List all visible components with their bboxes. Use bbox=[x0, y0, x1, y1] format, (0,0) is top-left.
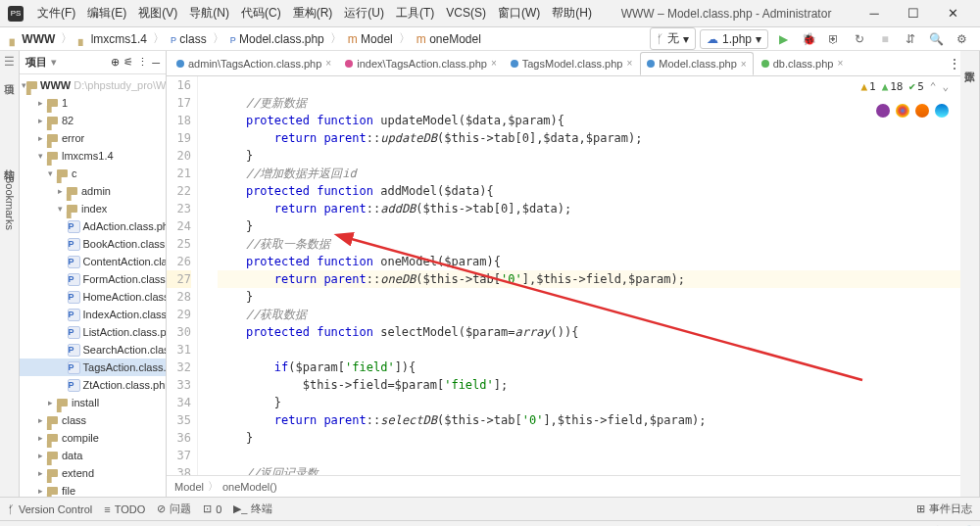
tree-item-18[interactable]: ▸class bbox=[20, 411, 166, 429]
menu-代码[interactable]: 代码(C) bbox=[235, 6, 287, 20]
database-tab[interactable]: 数据库 bbox=[961, 55, 978, 71]
close-tab-icon[interactable]: × bbox=[626, 58, 632, 69]
version-control-button[interactable]: ᚶ Version Control bbox=[8, 503, 92, 515]
event-log-button[interactable]: ⊞ 事件日志 bbox=[916, 502, 972, 516]
nav-toolbar: ▖ WWW〉▖ lmxcms1.4〉P class〉P Model.class.… bbox=[0, 27, 980, 51]
close-button[interactable]: ✕ bbox=[933, 2, 972, 25]
left-tool-strip: ☰ 项目 结构 Bookmarks bbox=[0, 51, 20, 497]
editor-tab-1[interactable]: index\TagsAction.class.php× bbox=[339, 52, 503, 75]
menu-运行[interactable]: 运行(U) bbox=[338, 6, 390, 20]
tree-item-12[interactable]: IndexAction.class.php bbox=[20, 306, 166, 323]
editor-tab-4[interactable]: db.class.php× bbox=[756, 52, 850, 75]
todo-button[interactable]: ≡ TODO bbox=[104, 503, 145, 515]
editor-tab-3[interactable]: Model.class.php× bbox=[640, 52, 753, 75]
tree-item-21[interactable]: ▸extend bbox=[20, 464, 166, 482]
terminal-button[interactable]: ▶_ 终端 bbox=[233, 502, 272, 516]
tree-item-22[interactable]: ▸file bbox=[20, 482, 166, 497]
ide-preview-icon[interactable] bbox=[876, 104, 890, 118]
tree-item-8[interactable]: BookAction.class.php bbox=[20, 235, 166, 253]
breadcrumbs[interactable]: ▖ WWW〉▖ lmxcms1.4〉P class〉P Model.class.… bbox=[8, 30, 483, 47]
menu-导航[interactable]: 导航(N) bbox=[183, 6, 235, 20]
tool-menu-icon[interactable]: ☰ bbox=[4, 55, 15, 69]
close-tab-icon[interactable]: × bbox=[741, 59, 747, 70]
menu-编辑[interactable]: 编辑(E) bbox=[81, 6, 132, 20]
errors-button[interactable]: ⊡ 0 bbox=[203, 502, 221, 515]
app-logo: PS bbox=[8, 6, 24, 22]
editor-tabs[interactable]: admin\TagsAction.class.php×index\TagsAct… bbox=[167, 51, 960, 76]
project-pane-title: 项目 bbox=[25, 55, 47, 70]
project-tab[interactable]: 项目 bbox=[1, 69, 18, 84]
tree-item-16[interactable]: ZtAction.class.php bbox=[20, 376, 166, 394]
close-tab-icon[interactable]: × bbox=[837, 58, 843, 69]
tree-item-5[interactable]: ▸admin bbox=[20, 182, 166, 200]
editor-tab-0[interactable]: admin\TagsAction.class.php× bbox=[171, 52, 337, 75]
tree-item-4[interactable]: ▾c bbox=[20, 165, 166, 182]
tree-item-13[interactable]: ListAction.class.php bbox=[20, 323, 166, 341]
breadcrumb-5[interactable]: m oneModel bbox=[415, 32, 483, 46]
breadcrumb-0[interactable]: ▖ WWW bbox=[8, 32, 57, 46]
tree-item-7[interactable]: AdAction.class.php bbox=[20, 217, 166, 235]
tree-item-0[interactable]: ▸1 bbox=[20, 94, 166, 112]
menu-帮助[interactable]: 帮助(H) bbox=[546, 6, 598, 20]
breadcrumb-4[interactable]: m Model bbox=[346, 32, 395, 46]
update-button[interactable]: ⇵ bbox=[900, 28, 921, 50]
tree-item-1[interactable]: ▸82 bbox=[20, 112, 166, 129]
breadcrumb-2[interactable]: P class bbox=[169, 32, 209, 46]
tree-item-6[interactable]: ▾index bbox=[20, 200, 166, 217]
tree-item-14[interactable]: SearchAction.class.php bbox=[20, 341, 166, 359]
bookmarks-tab[interactable]: Bookmarks bbox=[3, 168, 17, 238]
menu-重构[interactable]: 重构(R) bbox=[287, 6, 339, 20]
menu-文件[interactable]: 文件(F) bbox=[31, 6, 81, 20]
branch-button[interactable]: ᚶ 无 ▾ bbox=[650, 27, 696, 50]
edge-icon[interactable] bbox=[935, 104, 949, 118]
profile-button[interactable]: ↻ bbox=[849, 28, 870, 50]
project-tree[interactable]: ▾WWW D:\phpstudy_pro\WWW▸1▸82▸error▾lmxc… bbox=[20, 74, 166, 497]
close-tab-icon[interactable]: × bbox=[325, 58, 331, 69]
hide-icon[interactable]: ─ bbox=[152, 57, 160, 69]
project-pane-header: 项目 ▾ ⊕ ⚟ ⋮ ─ bbox=[20, 51, 166, 74]
tree-item-15[interactable]: TagsAction.class.php bbox=[20, 359, 166, 376]
locate-icon[interactable]: ⊕ bbox=[111, 56, 120, 69]
run-config-dropdown[interactable]: ☁ 1.php ▾ bbox=[700, 29, 768, 49]
minimize-button[interactable]: ─ bbox=[855, 2, 894, 25]
more-tabs-icon[interactable]: ⋮ bbox=[949, 57, 960, 71]
menu-视图[interactable]: 视图(V) bbox=[132, 6, 183, 20]
editor-tab-2[interactable]: TagsModel.class.php× bbox=[505, 52, 639, 75]
tree-root[interactable]: ▾WWW D:\phpstudy_pro\WWW bbox=[20, 76, 166, 94]
options-icon[interactable]: ⋮ bbox=[137, 56, 148, 69]
problems-button[interactable]: ⊘ 问题 bbox=[157, 502, 191, 516]
tree-item-9[interactable]: ContentAction.class.php bbox=[20, 253, 166, 270]
tree-item-2[interactable]: ▸error bbox=[20, 129, 166, 147]
breadcrumb-1[interactable]: ▖ lmxcms1.4 bbox=[76, 32, 149, 46]
tree-item-11[interactable]: HomeAction.class.php bbox=[20, 288, 166, 306]
menu-VCS[interactable]: VCS(S) bbox=[440, 6, 492, 20]
inspection-badges[interactable]: ▲1 ▲18 ✔5 ⌃⌄ bbox=[860, 80, 949, 93]
code-editor[interactable]: 1617181920212223242526272829303132333435… bbox=[167, 76, 960, 475]
editor-area: admin\TagsAction.class.php×index\TagsAct… bbox=[167, 51, 960, 497]
menu-工具[interactable]: 工具(T) bbox=[390, 6, 440, 20]
tree-item-17[interactable]: ▸install bbox=[20, 394, 166, 411]
stop-button[interactable]: ■ bbox=[874, 28, 896, 50]
tree-item-20[interactable]: ▸data bbox=[20, 447, 166, 464]
right-tool-strip: 数据库 bbox=[960, 51, 980, 497]
search-button[interactable]: 🔍 bbox=[925, 28, 947, 50]
chrome-icon[interactable] bbox=[896, 104, 909, 118]
coverage-button[interactable]: ⛨ bbox=[823, 28, 845, 50]
tree-item-3[interactable]: ▾lmxcms1.4 bbox=[20, 147, 166, 165]
browser-preview-icons[interactable] bbox=[876, 104, 949, 118]
collapse-icon[interactable]: ⚟ bbox=[123, 56, 133, 69]
structure-tab[interactable]: 结构 bbox=[1, 153, 18, 168]
tree-item-19[interactable]: ▸compile bbox=[20, 429, 166, 447]
debug-button[interactable]: 🐞 bbox=[798, 28, 819, 50]
run-button[interactable]: ▶ bbox=[772, 28, 794, 50]
settings-button[interactable]: ⚙ bbox=[951, 28, 972, 50]
tree-item-10[interactable]: FormAction.class.php bbox=[20, 270, 166, 288]
menu-窗口[interactable]: 窗口(W) bbox=[492, 6, 546, 20]
editor-breadcrumb[interactable]: Model〉oneModel() bbox=[167, 475, 960, 497]
project-pane: 项目 ▾ ⊕ ⚟ ⋮ ─ ▾WWW D:\phpstudy_pro\WWW▸1▸… bbox=[20, 51, 167, 497]
firefox-icon[interactable] bbox=[915, 104, 929, 118]
close-tab-icon[interactable]: × bbox=[491, 58, 497, 69]
breadcrumb-3[interactable]: P Model.class.php bbox=[228, 32, 326, 46]
window-title: WWW – Model.class.php - Administrator bbox=[598, 7, 855, 21]
maximize-button[interactable]: ☐ bbox=[894, 2, 933, 25]
